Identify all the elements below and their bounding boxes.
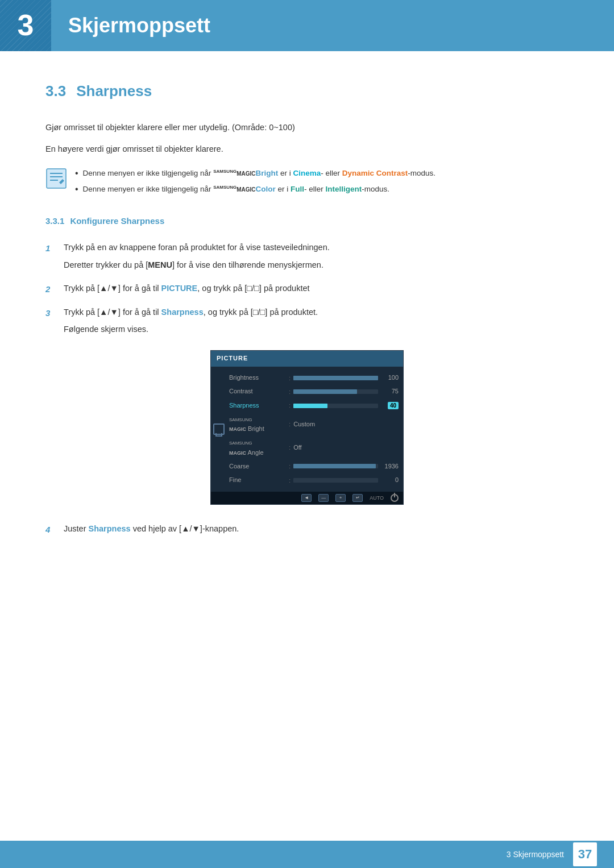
note-bullet-1: • Denne menyen er ikke tilgjengelig når …: [75, 167, 435, 180]
pm-colon-7: :: [289, 475, 291, 485]
pm-value-contrast: 75: [381, 387, 399, 397]
step-4-content: Juster Sharpness ved hjelp av [▲/▼]-knap…: [64, 522, 239, 536]
pm-row-magic-angle: SAMSUNG MAGIC Angle : Off: [229, 436, 399, 459]
note-icon: [45, 168, 67, 189]
step-2-number: 2: [45, 283, 56, 296]
step-list: 1 Trykk på en av knappene foran på produ…: [45, 240, 569, 337]
picture-menu-header: PICTURE: [211, 351, 403, 367]
picture-menu-body: Brightness : 100 Contrast :: [211, 367, 403, 492]
pm-label-brightness: Brightness: [229, 373, 286, 383]
bullet-dot-2: •: [75, 182, 78, 196]
section-heading: 3.3 Sharpness: [45, 80, 569, 103]
step-1: 1 Trykk på en av knappene foran på produ…: [45, 240, 569, 272]
pm-bar-fine: [293, 478, 378, 483]
main-content: 3.3 Sharpness Gjør omrisset til objekter…: [0, 51, 614, 591]
note-1-text: Denne menyen er ikke tilgjengelig når SA…: [83, 167, 436, 180]
pm-label-magic-bright: SAMSUNG MAGIC Bright: [229, 414, 286, 434]
pm-bar-brightness: [293, 376, 378, 380]
pm-bar-sharpness: [293, 404, 378, 408]
step-4-number: 4: [45, 523, 56, 537]
pm-fill-contrast: [293, 389, 357, 394]
pm-value-box-sharpness: 40: [388, 402, 399, 409]
step-1-content: Trykk på en av knappene foran på produkt…: [64, 240, 330, 272]
step-2-content: Trykk på [▲/▼] for å gå til PICTURE, og …: [64, 281, 310, 296]
pm-bar-contrast: [293, 389, 378, 394]
description-2: En høyere verdi gjør omrisset til objekt…: [45, 142, 569, 156]
description-1: Gjør omrisset til objekter klarere eller…: [45, 121, 569, 135]
footer: 3 Skjermoppsett 37: [0, 841, 614, 868]
pm-label-sharpness: Sharpness: [229, 401, 286, 411]
pm-fill-sharpness: [293, 404, 327, 408]
section-number: 3.3: [45, 80, 66, 103]
chapter-number: 3: [18, 2, 34, 49]
chapter-title: Skjermoppsett: [51, 9, 210, 42]
auto-label: AUTO: [370, 494, 384, 502]
pm-label-coarse: Coarse: [229, 462, 286, 472]
step-2: 2 Trykk på [▲/▼] for å gå til PICTURE, o…: [45, 281, 569, 296]
pm-colon-5: :: [289, 442, 291, 452]
subsection-number: 3.3.1: [45, 214, 64, 228]
note-lines: • Denne menyen er ikke tilgjengelig når …: [75, 167, 435, 199]
pm-val-magic-bright: Custom: [293, 420, 315, 430]
pm-fill-brightness: [293, 376, 378, 380]
step-4-list: 4 Juster Sharpness ved hjelp av [▲/▼]-kn…: [45, 522, 569, 537]
picture-menu-rows: Brightness : 100 Contrast :: [227, 371, 403, 487]
step-3: 3 Trykk på [▲/▼] for å gå til Sharpness,…: [45, 305, 569, 337]
pm-label-contrast: Contrast: [229, 387, 286, 397]
pm-colon-6: :: [289, 461, 291, 471]
picture-menu-bottom-bar: ◄ — + ↵ AUTO: [211, 492, 403, 504]
footer-text: 3 Skjermoppsett: [507, 848, 564, 861]
pm-bar-coarse: [293, 464, 378, 468]
pm-row-fine: Fine : 0: [229, 474, 399, 487]
pm-colon-4: :: [289, 419, 291, 429]
pm-value-sharpness: 40: [381, 401, 399, 411]
pm-row-coarse: Coarse : 1936: [229, 459, 399, 473]
pm-colon-3: :: [289, 400, 291, 410]
step-4: 4 Juster Sharpness ved hjelp av [▲/▼]-kn…: [45, 522, 569, 537]
pm-value-coarse: 1936: [381, 462, 399, 472]
bullet-dot-1: •: [75, 167, 78, 180]
picture-menu-screenshot: PICTURE Brightness : 100: [45, 350, 569, 505]
pm-colon-1: :: [289, 373, 291, 383]
btn-left-icon: ◄: [301, 494, 312, 502]
chapter-number-box: 3: [0, 0, 51, 51]
step-3-sub: Følgende skjerm vises.: [64, 322, 318, 337]
step-3-number: 3: [45, 306, 56, 320]
note-bullet-2: • Denne menyen er ikke tilgjengelig når …: [75, 182, 435, 196]
subsection-heading: 3.3.1 Konfigurere Sharpness: [45, 214, 569, 228]
pm-row-contrast: Contrast : 75: [229, 385, 399, 398]
svg-rect-0: [47, 169, 66, 188]
pm-colon-2: :: [289, 387, 291, 397]
pm-val-magic-angle: Off: [293, 443, 301, 453]
step-1-text: Trykk på en av knappene foran på produkt…: [64, 243, 330, 252]
pm-label-magic-angle: SAMSUNG MAGIC Angle: [229, 438, 286, 458]
btn-enter-icon: ↵: [352, 494, 363, 502]
note-box: • Denne menyen er ikke tilgjengelig når …: [45, 167, 569, 199]
picture-menu-sidebar: [211, 371, 227, 487]
pm-row-sharpness: Sharpness : 40: [229, 398, 399, 412]
picture-menu: PICTURE Brightness : 100: [210, 350, 404, 505]
pm-row-magic-bright: SAMSUNG MAGIC Bright : Custom: [229, 413, 399, 436]
step-3-content: Trykk på [▲/▼] for å gå til Sharpness, o…: [64, 305, 318, 337]
pm-value-fine: 0: [381, 475, 399, 485]
header-banner: 3 Skjermoppsett: [0, 0, 614, 51]
subsection-title: Konfigurere Sharpness: [70, 214, 164, 228]
section-title: Sharpness: [76, 80, 152, 103]
power-icon: [391, 494, 399, 502]
btn-minus-icon: —: [318, 494, 329, 502]
footer-page-number: 37: [573, 842, 597, 866]
pm-row-brightness: Brightness : 100: [229, 371, 399, 385]
step-1-number: 1: [45, 242, 56, 255]
btn-plus-icon: +: [335, 494, 346, 502]
pm-value-brightness: 100: [381, 373, 399, 383]
step-1-sub: Deretter trykker du på [MENU] for å vise…: [64, 258, 330, 272]
note-2-text: Denne menyen er ikke tilgjengelig når SA…: [83, 182, 389, 196]
monitor-icon: [213, 423, 225, 435]
pm-fill-coarse: [293, 464, 375, 468]
pm-label-fine: Fine: [229, 475, 286, 485]
